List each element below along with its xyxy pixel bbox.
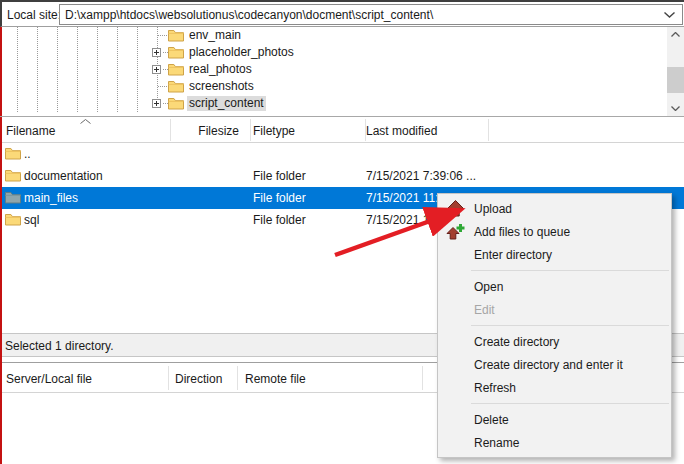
expand-plus-icon[interactable] bbox=[152, 99, 161, 108]
column-resize-handle[interactable] bbox=[250, 119, 251, 141]
tree-item-env-main[interactable]: env_main bbox=[2, 27, 662, 44]
menu-item-upload[interactable]: Upload bbox=[438, 197, 671, 220]
file-modified: 7/15/2021 7:39:06 ... bbox=[366, 169, 476, 183]
file-row-documentation[interactable]: documentation File folder 7/15/2021 7:39… bbox=[2, 165, 684, 187]
add-to-queue-icon bbox=[446, 223, 465, 240]
column-resize-handle[interactable] bbox=[488, 119, 489, 141]
folder-icon bbox=[5, 191, 21, 204]
folder-icon bbox=[168, 46, 184, 59]
menu-item-label: Enter directory bbox=[474, 248, 552, 262]
folder-icon bbox=[168, 63, 184, 76]
menu-item-label: Edit bbox=[474, 303, 495, 317]
menu-item-label: Refresh bbox=[474, 381, 516, 395]
chevron-down-icon[interactable] bbox=[664, 12, 675, 18]
column-header-filesize[interactable]: Filesize bbox=[170, 124, 245, 138]
tree-item-label[interactable]: placeholder_photos bbox=[187, 45, 296, 60]
menu-item-create-directory[interactable]: Create directory bbox=[438, 330, 671, 353]
column-header-direction[interactable]: Direction bbox=[175, 372, 222, 386]
file-type: File folder bbox=[253, 213, 306, 227]
menu-item-rename[interactable]: Rename bbox=[438, 431, 671, 454]
tree-connector bbox=[158, 35, 168, 36]
file-row-parent-dir[interactable]: .. bbox=[2, 143, 684, 165]
folder-icon bbox=[5, 169, 21, 182]
folder-icon bbox=[168, 97, 184, 110]
column-header-filename[interactable]: Filename bbox=[6, 124, 55, 138]
scroll-down-icon[interactable] bbox=[667, 101, 684, 116]
expand-plus-icon[interactable] bbox=[152, 65, 161, 74]
file-modified: 7/15/2021 1 bbox=[366, 213, 429, 227]
tree-item-real-photos[interactable]: real_photos bbox=[2, 61, 662, 78]
menu-item-refresh[interactable]: Refresh bbox=[438, 376, 671, 399]
local-site-bar: Local site: D:\xampp\htdocs\websolutionu… bbox=[0, 0, 684, 27]
menu-item-label: Create directory bbox=[474, 335, 559, 349]
column-header-server-local-file[interactable]: Server/Local file bbox=[6, 372, 92, 386]
filezilla-local-pane: Local site: D:\xampp\htdocs\websolutionu… bbox=[0, 0, 684, 464]
column-resize-handle[interactable] bbox=[237, 366, 238, 390]
menu-item-label: Rename bbox=[474, 436, 519, 450]
column-header-last-modified[interactable]: Last modified bbox=[366, 124, 437, 138]
column-header-remote-file[interactable]: Remote file bbox=[245, 372, 306, 386]
status-text: Selected 1 directory. bbox=[5, 339, 114, 353]
scroll-up-icon[interactable] bbox=[667, 27, 684, 42]
menu-item-label: Add files to queue bbox=[474, 225, 570, 239]
expand-plus-icon[interactable] bbox=[152, 48, 161, 57]
tree-item-label[interactable]: screenshots bbox=[187, 79, 256, 94]
local-site-path: D:\xampp\htdocs\websolutionus\codecanyon… bbox=[65, 8, 433, 22]
menu-item-label: Open bbox=[474, 280, 503, 294]
tree-item-script-content[interactable]: script_content bbox=[2, 95, 662, 112]
menu-item-create-directory-and-enter-it[interactable]: Create directory and enter it bbox=[438, 353, 671, 376]
tree-connector bbox=[158, 86, 168, 87]
menu-item-enter-directory[interactable]: Enter directory bbox=[438, 243, 671, 266]
folder-icon bbox=[5, 147, 21, 160]
folder-icon bbox=[168, 29, 184, 42]
menu-separator bbox=[471, 325, 669, 326]
column-resize-handle[interactable] bbox=[168, 366, 169, 390]
file-name: .. bbox=[24, 147, 31, 161]
column-resize-handle[interactable] bbox=[365, 119, 366, 141]
context-menu: Upload Add files to queue Enter director… bbox=[437, 193, 672, 458]
file-type: File folder bbox=[253, 191, 306, 205]
menu-item-label: Create directory and enter it bbox=[474, 358, 623, 372]
local-site-path-combobox[interactable]: D:\xampp\htdocs\websolutionus\codecanyon… bbox=[59, 4, 683, 25]
tree-item-label[interactable]: real_photos bbox=[187, 62, 254, 77]
menu-item-delete[interactable]: Delete bbox=[438, 408, 671, 431]
menu-separator bbox=[471, 270, 669, 271]
menu-item-add-files-to-queue[interactable]: Add files to queue bbox=[438, 220, 671, 243]
column-resize-handle[interactable] bbox=[170, 119, 171, 141]
menu-item-label: Delete bbox=[474, 413, 509, 427]
tree-item-placeholder-photos[interactable]: placeholder_photos bbox=[2, 44, 662, 61]
tree-scrollbar[interactable] bbox=[667, 27, 684, 116]
column-header-filetype[interactable]: Filetype bbox=[253, 124, 295, 138]
scrollbar-thumb[interactable] bbox=[667, 67, 684, 93]
upload-icon bbox=[446, 200, 465, 217]
file-name: documentation bbox=[24, 169, 103, 183]
file-type: File folder bbox=[253, 169, 306, 183]
tree-item-screenshots[interactable]: screenshots bbox=[2, 78, 662, 95]
sort-ascending-icon bbox=[80, 119, 91, 124]
file-name: main_files bbox=[24, 191, 78, 205]
tree-item-label[interactable]: script_content bbox=[187, 96, 266, 111]
file-name: sql bbox=[24, 213, 39, 227]
menu-item-label: Upload bbox=[474, 202, 512, 216]
local-directory-tree[interactable]: env_main placeholder_photos real_photos bbox=[2, 27, 684, 116]
tree-item-label[interactable]: env_main bbox=[187, 28, 243, 43]
folder-icon bbox=[5, 213, 21, 226]
folder-icon bbox=[168, 80, 184, 93]
column-resize-handle[interactable] bbox=[422, 366, 423, 390]
menu-item-edit: Edit bbox=[438, 298, 671, 321]
local-site-label: Local site: bbox=[7, 8, 61, 22]
file-list-header: Filename Filesize Filetype Last modified bbox=[2, 117, 684, 143]
menu-separator bbox=[471, 403, 669, 404]
menu-item-open[interactable]: Open bbox=[438, 275, 671, 298]
